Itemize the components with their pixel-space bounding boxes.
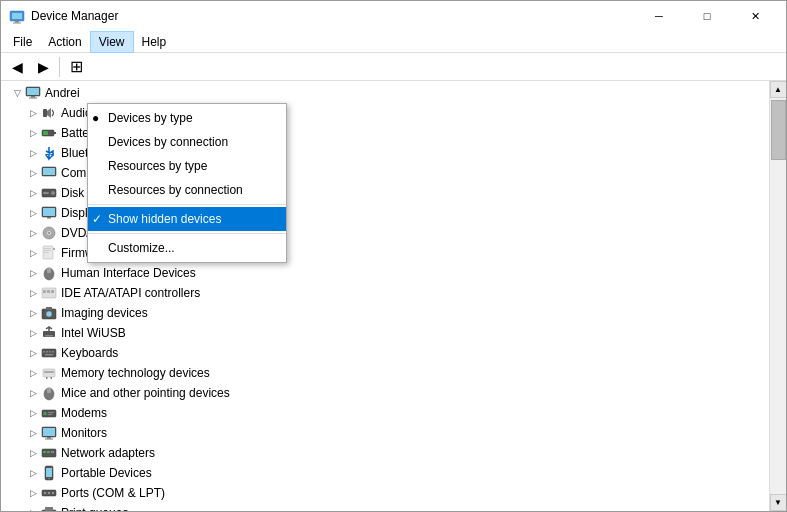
menu-resources-by-connection[interactable]: Resources by connection	[88, 178, 286, 202]
svg-rect-28	[44, 252, 49, 253]
root-label: Andrei	[45, 86, 80, 100]
svg-rect-63	[43, 451, 46, 453]
svg-rect-44	[49, 351, 51, 353]
properties-button[interactable]: ⊞	[64, 55, 88, 79]
ide-icon	[41, 285, 57, 301]
svg-rect-8	[43, 109, 47, 117]
menu-file[interactable]: File	[5, 31, 40, 53]
minimize-button[interactable]: ─	[636, 1, 682, 31]
tree-item-keyboards[interactable]: ▷ Keyboards	[1, 343, 769, 363]
network-label: Network adapters	[61, 446, 155, 460]
window-title: Device Manager	[31, 9, 636, 23]
menu-view[interactable]: View	[90, 31, 134, 53]
ide-expand[interactable]: ▷	[25, 285, 41, 301]
modems-label: Modems	[61, 406, 107, 420]
scroll-up-button[interactable]: ▲	[770, 81, 787, 98]
devices-by-type-label: Devices by type	[108, 111, 193, 125]
menu-show-hidden[interactable]: ✓ Show hidden devices	[88, 207, 286, 231]
tree-root[interactable]: ▽ Andrei	[1, 83, 769, 103]
close-button[interactable]: ✕	[732, 1, 778, 31]
monitors-icon	[41, 425, 57, 441]
scroll-thumb[interactable]	[771, 100, 786, 160]
svg-rect-33	[43, 290, 46, 293]
printqueues-expand[interactable]: ▷	[25, 505, 41, 511]
keyboards-expand[interactable]: ▷	[25, 345, 41, 361]
intelwiusb-expand[interactable]: ▷	[25, 325, 41, 341]
svg-rect-26	[44, 248, 51, 249]
svg-rect-46	[45, 354, 53, 356]
vertical-scrollbar[interactable]: ▲ ▼	[769, 81, 786, 511]
memtech-label: Memory technology devices	[61, 366, 210, 380]
monitors-expand[interactable]: ▷	[25, 425, 41, 441]
computer-icon	[25, 85, 41, 101]
computer-expand[interactable]: ▷	[25, 165, 41, 181]
modems-expand[interactable]: ▷	[25, 405, 41, 421]
svg-point-70	[44, 492, 46, 494]
svg-marker-9	[47, 108, 51, 118]
svg-rect-61	[45, 439, 53, 440]
intelwiusb-icon	[41, 325, 57, 341]
svg-rect-59	[43, 428, 55, 436]
memtech-expand[interactable]: ▷	[25, 365, 41, 381]
svg-rect-49	[46, 377, 48, 379]
printqueues-icon	[41, 505, 57, 511]
scroll-down-button[interactable]: ▼	[770, 494, 787, 511]
menu-action[interactable]: Action	[40, 31, 89, 53]
app-icon	[9, 8, 25, 24]
dvdrom-expand[interactable]: ▷	[25, 225, 41, 241]
menu-devices-by-connection[interactable]: Devices by connection	[88, 130, 286, 154]
intelwiusb-label: Intel WiUSB	[61, 326, 126, 340]
tree-item-memtech[interactable]: ▷ Memory technology devices	[1, 363, 769, 383]
svg-rect-43	[46, 351, 48, 353]
maximize-button[interactable]: □	[684, 1, 730, 31]
bluetooth-expand[interactable]: ▷	[25, 145, 41, 161]
tree-item-mice[interactable]: ▷ Mice and other pointing devices	[1, 383, 769, 403]
memtech-icon	[41, 365, 57, 381]
ports-label: Ports (COM & LPT)	[61, 486, 165, 500]
audio-icon	[41, 105, 57, 121]
forward-button[interactable]: ▶	[31, 55, 55, 79]
tree-item-network[interactable]: ▷ Network adapters	[1, 443, 769, 463]
menu-help[interactable]: Help	[134, 31, 175, 53]
tree-item-imaging[interactable]: ▷ Imaging devices	[1, 303, 769, 323]
tree-item-portable[interactable]: ▷ Portable Devices	[1, 463, 769, 483]
tree-item-modems[interactable]: ▷ Modems	[1, 403, 769, 423]
tree-item-intelwiusb[interactable]: ▷ Intel WiUSB	[1, 323, 769, 343]
tree-item-ide[interactable]: ▷ IDE ATA/ATAPI controllers	[1, 283, 769, 303]
display-expand[interactable]: ▷	[25, 205, 41, 221]
mice-label: Mice and other pointing devices	[61, 386, 230, 400]
hid-expand[interactable]: ▷	[25, 265, 41, 281]
menu-customize[interactable]: Customize...	[88, 236, 286, 260]
diskdrives-expand[interactable]: ▷	[25, 185, 41, 201]
ports-expand[interactable]: ▷	[25, 485, 41, 501]
svg-rect-64	[47, 451, 50, 453]
batteries-expand[interactable]: ▷	[25, 125, 41, 141]
menu-resources-by-type[interactable]: Resources by type	[88, 154, 286, 178]
audio-expand[interactable]: ▷	[25, 105, 41, 121]
tree-item-ports[interactable]: ▷ Ports (COM & LPT)	[1, 483, 769, 503]
ide-label: IDE ATA/ATAPI controllers	[61, 286, 200, 300]
portable-expand[interactable]: ▷	[25, 465, 41, 481]
tree-item-hid[interactable]: ▷ Human Interface Devices	[1, 263, 769, 283]
svg-rect-74	[45, 507, 53, 511]
imaging-expand[interactable]: ▷	[25, 305, 41, 321]
svg-rect-25	[53, 248, 55, 250]
mice-expand[interactable]: ▷	[25, 385, 41, 401]
toolbar-separator	[59, 57, 60, 77]
svg-rect-20	[47, 217, 51, 219]
root-expand-icon[interactable]: ▽	[9, 85, 25, 101]
customize-label: Customize...	[108, 241, 175, 255]
scroll-track[interactable]	[770, 98, 786, 494]
title-bar: Device Manager ─ □ ✕	[1, 1, 786, 31]
svg-rect-65	[51, 451, 54, 453]
svg-rect-45	[52, 351, 54, 353]
svg-rect-6	[31, 96, 35, 98]
tree-item-monitors[interactable]: ▷ Monitors	[1, 423, 769, 443]
firmware-expand[interactable]: ▷	[25, 245, 41, 261]
properties-icon: ⊞	[70, 57, 83, 76]
back-button[interactable]: ◀	[5, 55, 29, 79]
menu-devices-by-type[interactable]: ● Devices by type	[88, 106, 286, 130]
toolbar: ◀ ▶ ⊞	[1, 53, 786, 81]
tree-item-printqueues[interactable]: ▷ Print queues	[1, 503, 769, 511]
network-expand[interactable]: ▷	[25, 445, 41, 461]
